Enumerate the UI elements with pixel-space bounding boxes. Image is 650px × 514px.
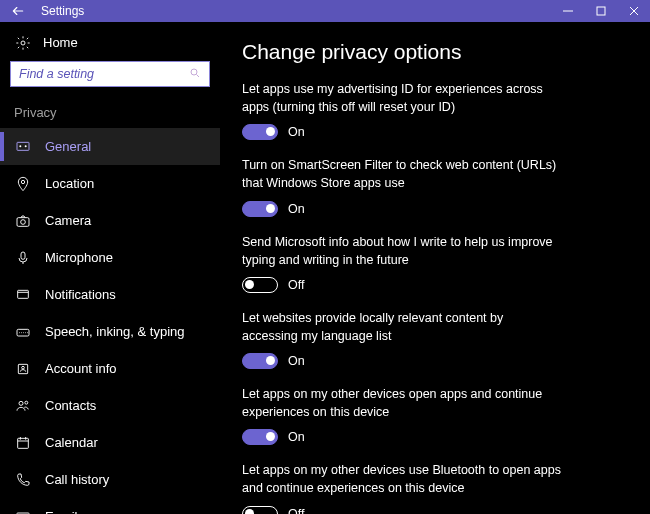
svg-rect-9 — [21, 252, 25, 259]
svg-point-5 — [24, 145, 26, 147]
svg-point-13 — [21, 366, 24, 369]
toggle-state: On — [288, 430, 305, 444]
calendar-icon — [14, 434, 31, 451]
setting-desc: Let websites provide locally relevant co… — [242, 309, 562, 345]
svg-point-6 — [21, 180, 24, 183]
setting-desc: Turn on SmartScreen Filter to check web … — [242, 156, 562, 192]
maximize-button[interactable] — [584, 0, 617, 22]
svg-point-14 — [19, 401, 23, 405]
toggle-switch[interactable] — [242, 277, 278, 293]
sidebar-item-label: Account info — [45, 361, 117, 376]
minimize-button[interactable] — [551, 0, 584, 22]
setting-0: Let apps use my advertising ID for exper… — [242, 80, 628, 140]
setting-desc: Let apps on my other devices use Bluetoo… — [242, 461, 562, 497]
svg-rect-16 — [17, 438, 28, 448]
sidebar-item-label: General — [45, 139, 91, 154]
location-icon — [14, 175, 31, 192]
setting-3: Let websites provide locally relevant co… — [242, 309, 628, 369]
sidebar-item-label: Microphone — [45, 250, 113, 265]
svg-rect-3 — [17, 142, 29, 150]
sidebar-item-label: Location — [45, 176, 94, 191]
general-icon — [14, 138, 31, 155]
svg-point-1 — [21, 41, 25, 45]
content-area: Change privacy options Let apps use my a… — [220, 22, 650, 514]
home-label: Home — [43, 35, 78, 50]
toggle-state: Off — [288, 507, 304, 515]
sidebar-item-location[interactable]: Location — [0, 165, 220, 202]
section-label: Privacy — [0, 99, 220, 128]
toggle-switch[interactable] — [242, 124, 278, 140]
sidebar-item-email[interactable]: Email — [0, 498, 220, 514]
sidebar-item-label: Contacts — [45, 398, 96, 413]
svg-point-15 — [24, 401, 27, 404]
svg-rect-10 — [17, 290, 28, 298]
sidebar-item-label: Speech, inking, & typing — [45, 324, 184, 339]
camera-icon — [14, 212, 31, 229]
search-input[interactable] — [19, 67, 189, 81]
setting-1: Turn on SmartScreen Filter to check web … — [242, 156, 628, 216]
sidebar-item-label: Call history — [45, 472, 109, 487]
sidebar-item-microphone[interactable]: Microphone — [0, 239, 220, 276]
sidebar-item-speech[interactable]: Speech, inking, & typing — [0, 313, 220, 350]
toggle-state: On — [288, 125, 305, 139]
sidebar: Home Privacy GeneralLocationCameraMicrop… — [0, 22, 220, 514]
sidebar-item-label: Notifications — [45, 287, 116, 302]
sidebar-item-notifications[interactable]: Notifications — [0, 276, 220, 313]
sidebar-item-label: Calendar — [45, 435, 98, 450]
back-button[interactable] — [0, 0, 35, 22]
sidebar-item-calendar[interactable]: Calendar — [0, 424, 220, 461]
account-icon — [14, 360, 31, 377]
close-icon — [629, 6, 639, 16]
svg-rect-0 — [597, 7, 605, 15]
page-title: Change privacy options — [242, 40, 628, 64]
svg-point-2 — [191, 69, 197, 75]
speech-icon — [14, 323, 31, 340]
sidebar-item-callhistory[interactable]: Call history — [0, 461, 220, 498]
window-title: Settings — [41, 4, 84, 18]
sidebar-item-label: Email — [45, 509, 78, 514]
toggle-state: On — [288, 202, 305, 216]
toggle-state: Off — [288, 278, 304, 292]
sidebar-item-label: Camera — [45, 213, 91, 228]
toggle-state: On — [288, 354, 305, 368]
close-button[interactable] — [617, 0, 650, 22]
search-input-wrap[interactable] — [10, 61, 210, 87]
setting-2: Send Microsoft info about how I write to… — [242, 233, 628, 293]
toggle-switch[interactable] — [242, 201, 278, 217]
svg-rect-7 — [17, 217, 29, 226]
contacts-icon — [14, 397, 31, 414]
sidebar-item-camera[interactable]: Camera — [0, 202, 220, 239]
toggle-switch[interactable] — [242, 506, 278, 515]
sidebar-item-account[interactable]: Account info — [0, 350, 220, 387]
notifications-icon — [14, 286, 31, 303]
setting-desc: Send Microsoft info about how I write to… — [242, 233, 562, 269]
sidebar-item-general[interactable]: General — [0, 128, 220, 165]
toggle-switch[interactable] — [242, 353, 278, 369]
setting-desc: Let apps on my other devices open apps a… — [242, 385, 562, 421]
gear-icon — [14, 34, 31, 51]
sidebar-item-contacts[interactable]: Contacts — [0, 387, 220, 424]
svg-point-4 — [19, 145, 21, 147]
microphone-icon — [14, 249, 31, 266]
titlebar: Settings — [0, 0, 650, 22]
setting-5: Let apps on my other devices use Bluetoo… — [242, 461, 628, 514]
setting-desc: Let apps use my advertising ID for exper… — [242, 80, 562, 116]
svg-point-8 — [20, 219, 25, 224]
minimize-icon — [563, 6, 573, 16]
email-icon — [14, 508, 31, 514]
callhistory-icon — [14, 471, 31, 488]
arrow-left-icon — [11, 4, 25, 18]
home-button[interactable]: Home — [0, 22, 220, 61]
setting-4: Let apps on my other devices open apps a… — [242, 385, 628, 445]
toggle-switch[interactable] — [242, 429, 278, 445]
search-icon — [189, 67, 201, 82]
maximize-icon — [596, 6, 606, 16]
